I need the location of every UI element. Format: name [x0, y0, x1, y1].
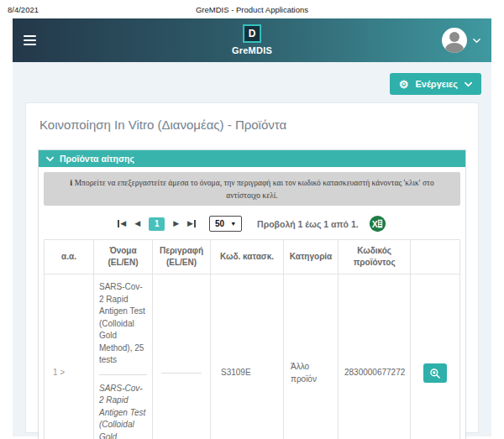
print-header: 8/4/2021 GreMDIS - Product Applications: [0, 0, 504, 18]
excel-icon: X: [369, 215, 386, 233]
chevron-down-icon: [473, 37, 480, 44]
col-header-description: Περιγραφή (EL/EN): [153, 240, 211, 274]
panel-title: Προϊόντα αίτησης: [60, 154, 134, 164]
products-table: α.α. Όνομα (EL/EN) Περιγραφή (EL/EN) Κωδ…: [44, 239, 460, 439]
chevron-down-icon: [465, 81, 472, 88]
panel-header-products[interactable]: Προϊόντα αίτησης: [39, 150, 465, 167]
table-header-row: α.α. Όνομα (EL/EN) Περιγραφή (EL/EN) Κωδ…: [45, 240, 460, 274]
col-header-name: Όνομα (EL/EN): [94, 240, 153, 274]
content-area: ⚙ Ενέργειες Κοινοποίηση In Vitro (Διανομ…: [13, 62, 491, 436]
divider: [99, 374, 147, 375]
col-header-manufacturer-code: Κωδ. κατασκ.: [211, 240, 284, 274]
app-logo-icon: D: [243, 24, 261, 43]
avatar[interactable]: [442, 28, 467, 53]
info-text: Μπορείτε να επεξεργαστείτε άμεσα το όνομ…: [72, 179, 433, 200]
pagination-summary: Προβολή 1 έως 1 από 1.: [257, 219, 359, 229]
col-header-category: Κατηγορία: [284, 240, 339, 274]
name-en: SARS-Cov-2 Rapid Antigen Test (Colloidal…: [99, 383, 147, 439]
print-title: GreMDIS - Product Applications: [0, 5, 504, 14]
col-header-index: α.α.: [45, 240, 94, 274]
row-index[interactable]: 1 >: [45, 274, 94, 439]
divider: [161, 373, 202, 374]
navbar: D GreMDIS: [13, 18, 491, 62]
col-header-actions: [411, 240, 460, 274]
actions-button-label: Ενέργειες: [415, 79, 458, 89]
info-message: i Μπορείτε να επεξεργαστείτε άμεσα το όν…: [44, 172, 460, 206]
main-card: Κοινοποίηση In Vitro (Διανομέας) - Προϊό…: [25, 102, 479, 433]
select-caret-icon: ▼: [230, 221, 236, 227]
actions-button[interactable]: ⚙ Ενέργειες: [390, 73, 481, 95]
prev-page-button[interactable]: ◀: [134, 220, 140, 227]
page-title: Κοινοποίηση In Vitro (Διανομέας) - Προϊό…: [39, 118, 466, 132]
view-details-button[interactable]: [423, 363, 447, 383]
col-header-product-code: Κωδικός προϊόντος: [339, 240, 411, 274]
brand[interactable]: D GreMDIS: [232, 24, 272, 55]
app-frame: D GreMDIS ⚙ Ενέργειες Κοινοποίηση In Vit…: [13, 18, 491, 436]
products-panel: Προϊόντα αίτησης i Μπορείτε να επεξεργασ…: [38, 149, 466, 439]
name-cell[interactable]: SARS-Cov-2 Rapid Antigen Test (Colloidal…: [94, 274, 153, 439]
actions-cell: [411, 274, 460, 439]
actions-row: ⚙ Ενέργειες: [23, 73, 481, 95]
description-cell[interactable]: [153, 274, 211, 439]
panel-body: i Μπορείτε να επεξεργαστείτε άμεσα το όν…: [39, 167, 465, 439]
page-size-select[interactable]: 50 ▼: [209, 216, 242, 232]
name-el: SARS-Cov-2 Rapid Antigen Test (Colloidal…: [99, 281, 147, 367]
next-page-button[interactable]: ▶: [173, 220, 179, 227]
brand-name: GreMDIS: [232, 45, 272, 55]
first-page-button[interactable]: ◀: [118, 220, 126, 227]
user-menu[interactable]: [442, 28, 480, 53]
category-cell: Άλλο προϊόν: [284, 274, 339, 439]
pagination-toolbar: ◀ ◀ 1 ▶ ▶: [44, 206, 460, 238]
zoom-in-icon: [429, 368, 441, 379]
manufacturer-code-cell[interactable]: S3109E: [211, 274, 284, 439]
last-page-button[interactable]: ▶: [187, 220, 196, 227]
current-page-button[interactable]: 1: [149, 217, 165, 231]
export-excel-button[interactable]: X: [369, 215, 386, 233]
menu-icon[interactable]: [24, 33, 36, 48]
chevron-down-icon: [46, 155, 54, 163]
svg-text:X: X: [371, 219, 377, 229]
page-size-value: 50: [215, 219, 224, 228]
gears-icon: ⚙: [399, 79, 409, 90]
table-row: 1 > SARS-Cov-2 Rapid Antigen Test (Collo…: [45, 274, 460, 439]
product-code-cell: 2830000677272: [339, 274, 411, 439]
pager: ◀ ◀ 1 ▶ ▶: [118, 217, 196, 231]
